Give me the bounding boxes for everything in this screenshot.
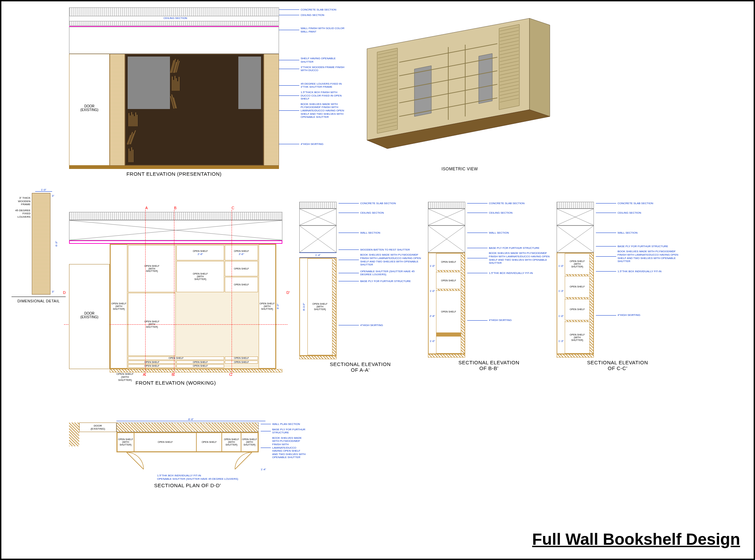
dim-h63: 6'-3"	[276, 304, 279, 309]
cell: OPEN SHELF (WITH SHUTTER)	[176, 261, 224, 292]
note: SHELF HAVING OPENABLE SHUTTER	[301, 57, 347, 63]
section-d: 8'-0" DOOR (EXISTING) OPEN SHELF (WITH S…	[69, 418, 306, 488]
cell: OPEN SHELF	[128, 357, 224, 360]
cut-c: C	[232, 206, 234, 210]
view-title-sec-d: SECTIONAL PLAN OF D-D'	[69, 480, 306, 488]
front-pres-annotations: CONCRETE SLAB SECTION CEILING SECTION WA…	[279, 8, 347, 147]
cell: OPEN SHELF (WITH SHUTTER)	[128, 245, 176, 292]
ceiling-gap: CEILING SECTION	[69, 16, 279, 21]
books-row-4	[127, 110, 261, 127]
door-plan: DOOR (EXISTING)	[79, 422, 117, 432]
note: 3"THICK WOODEN FRAME FINISH WITH DUCCO	[301, 66, 347, 72]
dim-w8: 8'-0"	[117, 418, 265, 421]
books-row-6	[127, 146, 261, 163]
books-row-3	[171, 93, 237, 109]
view-title-dim-detail: DIMENSIONAL DETAIL	[12, 297, 66, 303]
grey-panel-left	[127, 57, 170, 109]
cell: OPEN SHELF	[225, 277, 258, 292]
note: 4"HIGH SKIRTING	[301, 142, 323, 146]
skirting-hatch	[110, 369, 282, 373]
cut-d2: D'	[286, 291, 290, 295]
cell: OPEN SHELF	[128, 361, 176, 364]
grey-panel-right	[238, 57, 261, 109]
door-existing-work: DOOR (EXISTING)	[69, 264, 110, 369]
cut-a2: A'	[143, 373, 146, 377]
shelf-outline: OPEN SHELF (WITH SHUTTER) OPEN SHELF2'-6…	[110, 244, 276, 369]
view-title-front-pres: FRONT ELEVATION (PRESENTATION)	[69, 169, 279, 177]
sheet-title: Full Wall Bookshelf Design	[532, 530, 740, 548]
shelf-grid-work: OPEN SHELF2'-6" OPEN SHELF2'-6" OPEN SHE…	[127, 244, 259, 368]
books-row-5	[127, 128, 261, 145]
dim-w14: 1'-4"	[299, 253, 337, 258]
open-shelf-a: OPEN SHELF (WITH SHUTTER)	[307, 258, 333, 355]
cell: OPEN SHELF	[128, 364, 176, 368]
dim-w: 1'-0"	[35, 188, 52, 192]
open-shelf-left: OPEN SHELF (WITH SHUTTER)	[111, 244, 127, 368]
section-c: 1'-0" 1'-3" 1'-0" 1'-3" OPEN SHELF (WITH…	[557, 202, 678, 371]
isometric-view	[347, 15, 584, 177]
wall-left	[69, 422, 79, 446]
note: 45 DEGREE LOUVERS FIXED IN 3"THK SHUTTER…	[301, 82, 347, 89]
view-title-sec-c: SECTIONAL ELEVATION	[557, 358, 678, 365]
dimensional-detail: 1'-0" 3" THICK WOODEN FRAME 45 DEGREE FI…	[12, 188, 66, 303]
cutline-b	[174, 210, 174, 376]
svg-marker-6	[479, 54, 492, 104]
note: CONCRETE SLAB SECTION	[301, 8, 336, 12]
louver-left	[110, 54, 125, 165]
ceiling-zone	[69, 220, 282, 240]
dim-3in-top: 3"	[52, 194, 61, 197]
note: WALL FINISH WITH SOLID COLOR WALL PAINT	[301, 27, 347, 33]
door-label-work: DOOR (EXISTING)	[69, 312, 110, 319]
note: 1.5"THICK BOX FINISH WITH DUCCO COLOR FI…	[301, 91, 347, 101]
door-label: DOOR (EXISTING)	[69, 104, 110, 112]
front-elevation-working: A B C D D' DOOR (EXISTING)	[69, 212, 282, 386]
books-row-1	[171, 57, 237, 74]
note: CEILING SECTION	[301, 14, 324, 17]
shelf-grid	[127, 57, 261, 163]
view-title-sec-c2: OF C-C'	[557, 365, 678, 371]
ceiling-section	[69, 21, 279, 26]
wall-gap	[69, 27, 279, 54]
cell: OPEN SHELF	[176, 361, 224, 364]
books-row-2	[171, 75, 237, 92]
louver-sample	[32, 193, 51, 295]
cell: OPEN SHELF	[225, 261, 258, 276]
drawing-sheet: CEILING SECTION DOOR (EXISTING)	[0, 0, 755, 560]
louver-right	[264, 54, 279, 165]
svg-line-73	[126, 452, 143, 469]
open-shelf-right: OPEN SHELF (WITH SHUTTER)	[259, 244, 276, 368]
main-elevation-body: DOOR (EXISTING)	[69, 54, 279, 165]
cutline-a	[145, 210, 145, 376]
cut-c2: C'	[229, 373, 233, 377]
view-title-front-work: FRONT ELEVATION (WORKING)	[69, 378, 282, 386]
open-shelf-bottom-label: OPEN SHELF (WITH SHUTTER)	[117, 373, 134, 382]
finish-line-work	[69, 240, 282, 244]
cutline-c	[232, 210, 232, 376]
working-body: DOOR (EXISTING) OPEN SHELF (WITH SHUTTER…	[69, 244, 282, 369]
ceiling-label: CEILING SECTION	[163, 17, 187, 20]
cut-b: B	[174, 206, 176, 210]
view-title-sec-a: SECTIONAL ELEVATION	[299, 359, 421, 367]
svg-line-74	[235, 452, 252, 469]
dim-h: 6'-3"	[55, 241, 58, 246]
front-elevation-presentation: CEILING SECTION DOOR (EXISTING)	[69, 7, 279, 177]
slab	[69, 212, 282, 220]
dim-detail-side-notes: 3" THICK WOODEN FRAME 45 DEGREE FIXED LO…	[12, 193, 32, 295]
wall-plan	[117, 422, 259, 432]
dim-3in-bot: 3"	[52, 290, 61, 293]
section-a: 1'-4" 8'-3.0" OPEN SHELF (WITH SHUTTER) …	[299, 202, 421, 373]
concrete-slab	[69, 7, 279, 16]
door-existing: DOOR (EXISTING)	[69, 54, 110, 165]
cut-b2: B'	[172, 373, 175, 377]
cut-d: D	[63, 291, 66, 295]
note: BOOK SHELVES MADE WITH PLYWOOD/MDF FINIS…	[301, 103, 347, 119]
cell: OPEN SHELF	[225, 361, 258, 364]
skirting	[69, 165, 279, 169]
view-title-iso: ISOMETRIC VIEW	[441, 164, 478, 171]
bookshelf-dark-body	[125, 54, 264, 165]
cell: OPEN SHELF	[225, 357, 258, 360]
cell: OPEN SHELF2'-6"	[225, 245, 258, 260]
cut-a: A	[145, 206, 147, 210]
view-title-sec-b2: OF B-B'	[428, 365, 550, 371]
cell: OPEN SHELF	[176, 364, 224, 368]
